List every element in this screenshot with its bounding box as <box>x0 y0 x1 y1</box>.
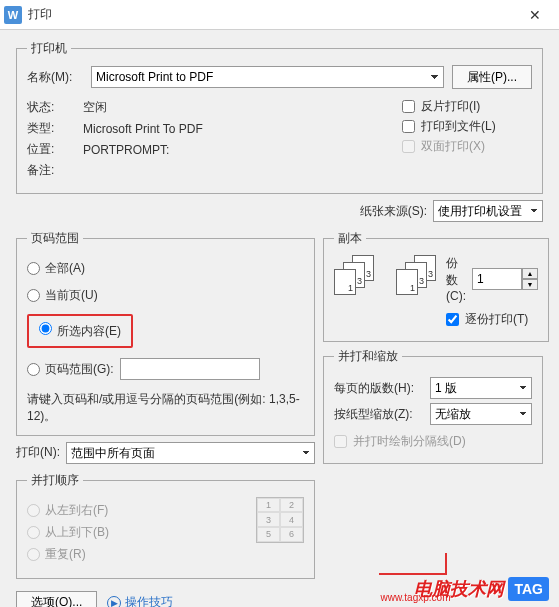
copies-up-button[interactable]: ▲ <box>522 268 538 279</box>
type-value: Microsoft Print To PDF <box>83 122 203 136</box>
range-pages-radio[interactable]: 页码范围(G): <box>27 358 304 380</box>
order-legend: 并打顺序 <box>27 472 83 489</box>
scale-group: 并打和缩放 每页的版数(H): 1 版 按纸型缩放(Z): 无缩放 并打时绘制分… <box>323 348 543 464</box>
order-group: 并打顺序 从左到右(F) 从上到下(B) 重复(R) 12 34 56 <box>16 472 315 579</box>
watermark: 电脑技术网 www.tagxp.com TAG <box>414 577 549 601</box>
printer-name-select[interactable]: Microsoft Print to PDF <box>91 66 444 88</box>
paper-source-label: 纸张来源(S): <box>360 203 427 220</box>
reverse-print-checkbox[interactable]: 反片打印(I) <box>402 98 532 115</box>
status-label: 状态: <box>27 99 83 116</box>
tips-link[interactable]: ▶ 操作技巧 <box>107 594 173 607</box>
paper-source-select[interactable]: 使用打印机设置 <box>433 200 543 222</box>
range-current-radio[interactable]: 当前页(U) <box>27 287 304 304</box>
app-logo-icon: W <box>4 6 22 24</box>
printer-group: 打印机 名称(M): Microsoft Print to PDF 属性(P).… <box>16 40 543 194</box>
print-what-select[interactable]: 范围中所有页面 <box>66 442 315 464</box>
separator-checkbox: 并打时绘制分隔线(D) <box>334 433 532 450</box>
page-range-input[interactable] <box>120 358 260 380</box>
copies-down-button[interactable]: ▼ <box>522 279 538 290</box>
close-button[interactable]: ✕ <box>515 0 555 30</box>
collate-checkbox[interactable]: 逐份打印(T) <box>446 311 538 328</box>
scale-to-paper-select[interactable]: 无缩放 <box>430 403 532 425</box>
copies-legend: 副本 <box>334 230 366 247</box>
print-what-label: 打印(N): <box>16 444 60 461</box>
status-value: 空闲 <box>83 99 107 116</box>
pages-per-sheet-label: 每页的版数(H): <box>334 380 424 397</box>
type-label: 类型: <box>27 120 83 137</box>
window-title: 打印 <box>28 6 515 23</box>
duplex-checkbox: 双面打印(X) <box>402 138 532 155</box>
collate-diagram: 331 331 <box>334 255 438 297</box>
print-to-file-checkbox[interactable]: 打印到文件(L) <box>402 118 532 135</box>
copies-group: 副本 331 331 份数(C): ▲ ▼ <box>323 230 549 342</box>
order-ttb-radio: 从上到下(B) <box>27 524 246 541</box>
watermark-tag: TAG <box>508 577 549 601</box>
properties-button[interactable]: 属性(P)... <box>452 65 532 89</box>
where-label: 位置: <box>27 141 83 158</box>
printer-legend: 打印机 <box>27 40 71 57</box>
tips-icon: ▶ <box>107 596 121 607</box>
range-all-radio[interactable]: 全部(A) <box>27 260 166 277</box>
highlight-corner <box>379 553 447 575</box>
printer-name-label: 名称(M): <box>27 69 83 86</box>
comment-label: 备注: <box>27 162 83 179</box>
pages-per-sheet-select[interactable]: 1 版 <box>430 377 532 399</box>
copies-label: 份数(C): <box>446 255 466 303</box>
order-repeat-radio: 重复(R) <box>27 546 246 563</box>
scale-to-paper-label: 按纸型缩放(Z): <box>334 406 424 423</box>
page-range-group: 页码范围 全部(A) 当前页(U) 所选内容(E) 页码范围(G): 请键入页码… <box>16 230 315 436</box>
order-ltr-radio: 从左到右(F) <box>27 502 246 519</box>
page-range-hint: 请键入页码和/或用逗号分隔的页码范围(例如: 1,3,5-12)。 <box>27 391 304 425</box>
where-value: PORTPROMPT: <box>83 143 169 157</box>
order-diagram: 12 34 56 <box>256 497 304 543</box>
options-button[interactable]: 选项(O)... <box>16 591 97 607</box>
range-selection-radio[interactable]: 所选内容(E) <box>27 314 166 348</box>
page-range-legend: 页码范围 <box>27 230 83 247</box>
copies-input[interactable] <box>472 268 522 290</box>
scale-legend: 并打和缩放 <box>334 348 402 365</box>
watermark-url: www.tagxp.com <box>380 592 450 603</box>
titlebar: W 打印 ✕ <box>0 0 559 30</box>
